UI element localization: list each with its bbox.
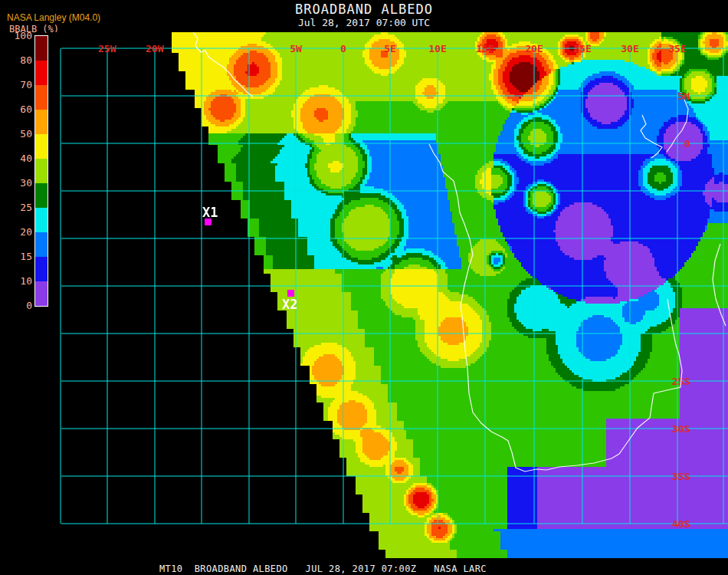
colorbar-tick: 15 — [2, 251, 32, 262]
coastline-overlay — [641, 115, 662, 158]
site-marker-dot — [287, 290, 294, 297]
longitude-label: 30E — [621, 43, 638, 54]
latitude-label: 5N — [677, 90, 690, 102]
colorbar-tick: 80 — [2, 54, 32, 66]
latitude-label: 0 — [684, 138, 690, 150]
colorbar-tick: 50 — [2, 128, 32, 140]
colorbar-tick: 10 — [2, 275, 32, 287]
map-overlay: 25W20W5W05E10E15E20E25E30E35E5N025S30S35… — [50, 32, 728, 558]
longitude-label: 35E — [668, 43, 686, 54]
colorbar-segment — [35, 85, 48, 110]
longitude-label: 5W — [290, 43, 302, 54]
colorbar-segment — [35, 110, 48, 134]
colorbar-segment — [35, 208, 48, 232]
colorbar-tick: 40 — [2, 153, 32, 164]
colorbar-segment — [35, 61, 48, 85]
albedo-colorbar — [34, 35, 48, 307]
longitude-label: 20E — [525, 43, 543, 54]
timestamp-label: Jul 28, 2017 07:00 UTC — [0, 17, 728, 28]
latitude-label: 35S — [672, 471, 690, 482]
coastline-overlay — [429, 144, 682, 472]
longitude-label: 20W — [146, 43, 164, 54]
source-label: NASA Langley (M04.0) — [7, 12, 100, 23]
latitude-label: 40S — [672, 518, 690, 530]
albedo-viewer: BROADBAND ALBEDO Jul 28, 2017 07:00 UTC … — [0, 0, 728, 575]
status-bar: MT10 BROADBAND ALBEDO JUL 28, 2017 07:00… — [159, 564, 487, 574]
latitude-label: 30S — [672, 423, 690, 435]
colorbar-segment — [35, 232, 48, 257]
page-title: BROADBAND ALBEDO — [0, 2, 728, 17]
coastline-overlay — [193, 32, 253, 97]
colorbar-tick: 0 — [2, 300, 32, 311]
colorbar-tick: 100 — [2, 30, 32, 41]
colorbar-segment — [35, 36, 48, 61]
colorbar-tick: 25 — [2, 202, 32, 213]
colorbar-segment — [35, 281, 48, 306]
longitude-label: 0 — [340, 43, 346, 54]
site-marker-label: X1 — [202, 205, 218, 220]
colorbar-tick: 60 — [2, 104, 32, 115]
colorbar-segment — [35, 134, 48, 159]
colorbar-segment — [35, 183, 48, 208]
longitude-label: 15E — [476, 43, 494, 54]
colorbar-segment — [35, 159, 48, 183]
longitude-label: 10E — [428, 43, 446, 54]
longitude-label: 5E — [384, 43, 396, 54]
colorbar-tick: 70 — [2, 79, 32, 90]
albedo-map: 25W20W5W05E10E15E20E25E30E35E5N025S30S35… — [50, 32, 728, 558]
longitude-label: 25E — [573, 43, 591, 54]
colorbar-tick: 30 — [2, 177, 32, 189]
site-marker-label: X2 — [282, 297, 297, 312]
colorbar-segment — [35, 257, 48, 281]
longitude-label: 25W — [98, 43, 116, 54]
colorbar-tick: 20 — [2, 226, 32, 238]
